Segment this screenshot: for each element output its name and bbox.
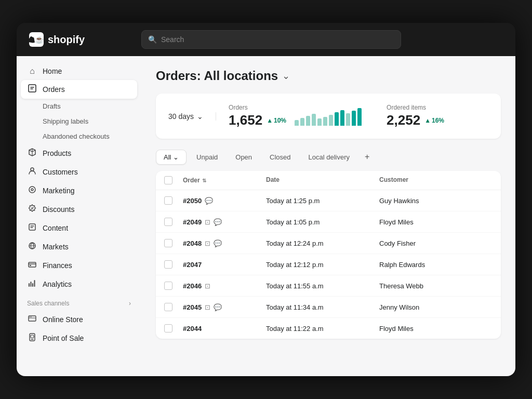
sidebar-item-home[interactable]: ⌂ Home — [21, 62, 137, 80]
svg-rect-7 — [30, 265, 31, 266]
header-customer: Customer — [379, 176, 493, 184]
row-checkbox[interactable] — [164, 324, 172, 332]
orders-stat-block: Orders 1,652 ▲ 10% — [216, 104, 374, 128]
table-header: Order ⇅ Date Customer — [156, 171, 501, 190]
tab-closed[interactable]: Closed — [262, 150, 298, 165]
content-icon — [27, 223, 37, 233]
sidebar-item-customers[interactable]: Customers — [21, 163, 137, 181]
header-checkbox-cell — [164, 176, 183, 184]
items-value: 2,252 — [387, 112, 420, 128]
order-cell: #2045 ⊡ 💬 — [183, 303, 266, 311]
chart-bar-9 — [346, 113, 350, 126]
customer-cell: Cody Fisher — [379, 240, 493, 247]
table-row[interactable]: #2048 ⊡ 💬 Today at 12:24 p.m Cody Fisher — [156, 233, 501, 254]
orders-badge-text: 10% — [274, 117, 286, 124]
chart-bar-8 — [340, 110, 344, 126]
table-row[interactable]: #2046 ⊡ Today at 11:55 a.m Theresa Webb — [156, 275, 501, 297]
logo-text: shopify — [48, 34, 85, 46]
message-icon: 💬 — [214, 240, 222, 247]
table-row[interactable]: #2047 Today at 12:12 p.m Ralph Edwards — [156, 254, 501, 275]
order-number: #2044 — [183, 325, 202, 332]
date-cell: Today at 11:55 a.m — [266, 282, 379, 290]
order-number: #2050 — [183, 197, 202, 205]
row-checkbox[interactable] — [164, 303, 172, 311]
select-all-checkbox[interactable] — [164, 176, 172, 184]
table-row[interactable]: #2050 💬 Today at 1:25 p.m Guy Hawkins — [156, 190, 501, 211]
point-of-sale-icon — [27, 333, 37, 343]
search-placeholder: Search — [161, 35, 184, 44]
svg-point-1 — [31, 168, 34, 171]
order-number: #2049 — [183, 218, 202, 226]
sidebar-item-markets[interactable]: Markets — [21, 237, 137, 256]
date-cell: Today at 1:25 p.m — [266, 197, 379, 205]
row-checkbox[interactable] — [164, 196, 172, 205]
tab-all[interactable]: All ⌄ — [156, 150, 187, 165]
drafts-label: Drafts — [43, 102, 61, 110]
sidebar-item-online-store[interactable]: Online Store — [21, 310, 137, 329]
sidebar-label-analytics: Analytics — [43, 280, 72, 288]
tab-local-delivery[interactable]: Local delivery — [301, 150, 358, 165]
shipping-labels-label: Shipping labels — [43, 117, 88, 125]
svg-rect-6 — [29, 262, 36, 267]
sidebar-item-point-of-sale[interactable]: Point of Sale — [21, 329, 137, 348]
table-row[interactable]: #2045 ⊡ 💬 Today at 11:34 a.m Jenny Wilso… — [156, 297, 501, 318]
order-cell: #2049 ⊡ 💬 — [183, 218, 266, 226]
sidebar-label-products: Products — [43, 149, 71, 157]
period-label: 30 days — [168, 112, 194, 121]
analytics-icon — [27, 279, 37, 289]
order-cell: #2048 ⊡ 💬 — [183, 240, 266, 247]
location-dropdown-icon[interactable]: ⌄ — [282, 70, 290, 82]
main-layout: ⌂ Home Orders Drafts Shipping labels — [17, 56, 515, 376]
logo-area: ☕ shopify — [29, 32, 133, 47]
sidebar-label-home: Home — [43, 67, 62, 75]
sidebar-item-finances[interactable]: Finances — [21, 256, 137, 275]
tab-add-button[interactable]: + — [360, 149, 375, 165]
sidebar-label-discounts: Discounts — [43, 205, 74, 214]
row-checkbox[interactable] — [164, 260, 172, 269]
row-checkbox[interactable] — [164, 218, 172, 226]
markets-icon — [27, 242, 37, 252]
row-checkbox-cell — [164, 303, 183, 311]
sales-channels-chevron[interactable]: › — [129, 300, 131, 307]
sidebar-sub-item-drafts[interactable]: Drafts — [21, 99, 137, 114]
items-stat-block: Ordered items 2,252 ▲ 16% — [374, 104, 457, 128]
row-checkbox[interactable] — [164, 282, 172, 290]
period-selector[interactable]: 30 days ⌄ — [168, 112, 216, 121]
row-checkbox-cell — [164, 218, 183, 226]
date-cell: Today at 11:34 a.m — [266, 303, 379, 311]
sidebar-item-discounts[interactable]: Discounts — [21, 200, 137, 219]
sidebar-sub-item-abandoned-checkouts[interactable]: Abandoned checkouts — [21, 129, 137, 144]
sales-channels-label: Sales channels — [27, 300, 69, 307]
orders-badge-arrow: ▲ — [267, 117, 273, 124]
sidebar-item-products[interactable]: Products — [21, 144, 137, 163]
tab-open[interactable]: Open — [228, 150, 260, 165]
tab-unpaid[interactable]: Unpaid — [189, 150, 225, 165]
sidebar-item-analytics[interactable]: Analytics — [21, 275, 137, 294]
row-checkbox[interactable] — [164, 239, 172, 247]
content-area: Orders: All locations ⌄ 30 days ⌄ Orders… — [141, 56, 515, 376]
items-badge-arrow: ▲ — [424, 117, 431, 124]
order-number: #2047 — [183, 261, 202, 269]
message-icon: 💬 — [205, 197, 213, 205]
order-cell: #2050 💬 — [183, 197, 266, 205]
order-sort-icon: ⇅ — [202, 178, 206, 183]
sidebar-item-orders[interactable]: Orders — [21, 80, 137, 99]
order-cell: #2047 — [183, 261, 266, 269]
sidebar-item-marketing[interactable]: Marketing — [21, 181, 137, 200]
search-bar[interactable]: 🔍 Search — [141, 30, 401, 49]
customer-cell: Guy Hawkins — [379, 197, 493, 205]
header-order[interactable]: Order ⇅ — [183, 176, 266, 184]
sidebar-label-orders: Orders — [43, 85, 65, 94]
items-value-row: 2,252 ▲ 16% — [387, 112, 444, 128]
sidebar-label-marketing: Marketing — [43, 187, 74, 195]
chart-bar-11 — [357, 108, 362, 126]
table-row[interactable]: #2049 ⊡ 💬 Today at 1:05 p.m Floyd Miles — [156, 211, 501, 233]
table-body: #2050 💬 Today at 1:25 p.m Guy Hawkins #2… — [156, 190, 501, 339]
sidebar-sub-item-shipping-labels[interactable]: Shipping labels — [21, 114, 137, 129]
table-row[interactable]: #2044 Today at 11:22 a.m Floyd Miles — [156, 318, 501, 339]
orders-icon — [27, 84, 37, 95]
page-title-row: Orders: All locations ⌄ — [156, 69, 501, 83]
sidebar-item-content[interactable]: Content — [21, 219, 137, 237]
order-cell: #2044 — [183, 325, 266, 332]
svg-point-3 — [31, 189, 33, 191]
